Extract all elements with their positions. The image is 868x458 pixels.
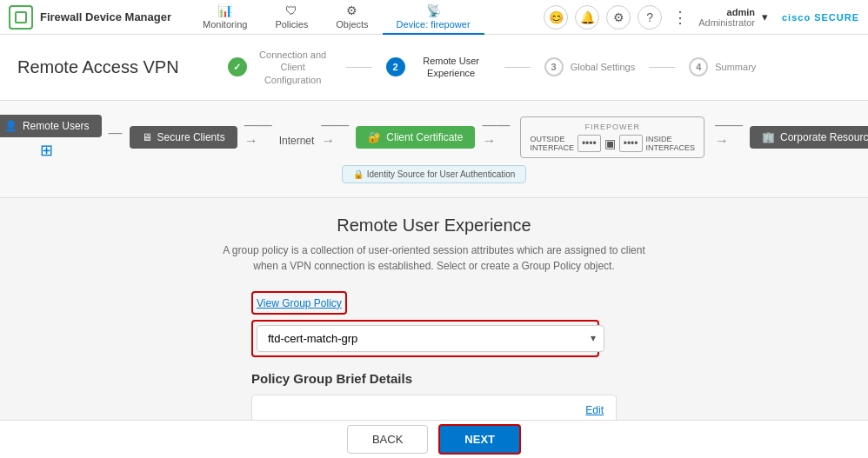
wizard-step-2[interactable]: 2 Remote User Experience bbox=[372, 51, 504, 83]
tab-device[interactable]: 📡 Device: firepower bbox=[383, 0, 484, 35]
wizard-step-3[interactable]: 3 Global Settings bbox=[531, 54, 650, 80]
edit-link[interactable]: Edit bbox=[585, 404, 604, 416]
diag-secure-clients[interactable]: 🖥 Secure Clients bbox=[130, 126, 237, 149]
secure-clients-btn[interactable]: 🖥 Secure Clients bbox=[130, 126, 237, 149]
admin-role: Administrator bbox=[698, 17, 755, 28]
step-divider-1 bbox=[346, 67, 372, 68]
monitoring-icon: 📊 bbox=[217, 3, 232, 17]
admin-name: admin bbox=[727, 7, 755, 17]
interface-dots-2: •••• bbox=[619, 135, 643, 152]
group-policy-select-wrapper: ftd-cert-match-grp ▾ bbox=[257, 325, 604, 352]
firepower-center-icon: ▣ bbox=[604, 136, 616, 150]
arrow-2: ——→ bbox=[244, 117, 272, 149]
step-divider-2 bbox=[504, 67, 531, 68]
interface-dots: •••• bbox=[578, 135, 601, 152]
diag-client-cert[interactable]: 🔐 Client Certificate bbox=[356, 126, 475, 149]
step-2-num: 2 bbox=[386, 57, 405, 76]
inside-interfaces: INSIDEINTERFACES bbox=[646, 135, 696, 152]
device-icon: 📡 bbox=[426, 3, 441, 17]
wizard-steps: ✓ Connection and Client Configuration 2 … bbox=[214, 45, 771, 90]
firepower-inner: OUTSIDEINTERFACE •••• ▣ •••• INSIDEINTER… bbox=[530, 135, 695, 152]
tab-policies[interactable]: 🛡 Policies bbox=[261, 0, 322, 35]
alerts-icon-btn[interactable]: 🔔 bbox=[575, 5, 599, 30]
internet-label: Internet bbox=[279, 135, 315, 147]
nav-tabs: 📊 Monitoring 🛡 Policies ⚙ Objects 📡 Devi… bbox=[189, 0, 544, 35]
step-3-num: 3 bbox=[544, 57, 564, 76]
group-policy-select[interactable]: ftd-cert-match-grp bbox=[257, 325, 604, 352]
admin-info: admin Administrator bbox=[698, 7, 755, 28]
step-1-num: ✓ bbox=[228, 57, 247, 76]
next-button[interactable]: NEXT bbox=[438, 424, 521, 455]
cisco-logo: cisco SECURE bbox=[782, 12, 859, 23]
firepower-box: FIREPOWER OUTSIDEINTERFACE •••• ▣ •••• I… bbox=[520, 116, 704, 158]
user-icon-btn[interactable]: 😊 bbox=[544, 5, 568, 30]
diag-remote-users[interactable]: 👤 Remote Users ⊞ bbox=[0, 115, 102, 160]
settings-icon-btn[interactable]: ⚙ bbox=[606, 5, 631, 30]
client-cert-label: Client Certificate bbox=[386, 131, 463, 143]
page-header: Remote Access VPN ✓ Connection and Clien… bbox=[0, 35, 868, 101]
page-content: Remote Access VPN ✓ Connection and Clien… bbox=[0, 35, 868, 458]
help-icon-btn[interactable]: ? bbox=[638, 5, 662, 30]
corporate-icon: 🏢 bbox=[762, 131, 775, 143]
policies-icon: 🛡 bbox=[285, 3, 297, 17]
section-description: A group policy is a collection of user-o… bbox=[217, 242, 651, 274]
cisco-dropdown-icon[interactable]: ▾ bbox=[762, 10, 768, 23]
cisco-secure-text: SECURE bbox=[814, 12, 859, 23]
objects-icon: ⚙ bbox=[346, 3, 357, 17]
section-title: Remote User Experience bbox=[26, 216, 842, 236]
remote-users-icon: 👤 bbox=[4, 120, 17, 132]
inside-label: INSIDEINTERFACES bbox=[646, 135, 696, 152]
secure-clients-label: Secure Clients bbox=[157, 131, 225, 143]
diagram-flow: 👤 Remote Users ⊞ — 🖥 Secure Clients ——→ … bbox=[26, 115, 842, 160]
windows-icon: ⊞ bbox=[40, 141, 53, 160]
view-group-policy-link[interactable]: View Group Policy bbox=[257, 297, 342, 309]
view-group-policy-highlight: View Group Policy bbox=[251, 291, 347, 315]
tab-monitoring[interactable]: 📊 Monitoring bbox=[189, 0, 261, 35]
identity-source-row: 🔒 Identity Source for User Authenticatio… bbox=[26, 165, 842, 183]
tab-policies-label: Policies bbox=[275, 19, 308, 30]
more-options-icon[interactable]: ⋮ bbox=[669, 8, 691, 27]
vpn-diagram: 👤 Remote Users ⊞ — 🖥 Secure Clients ——→ … bbox=[0, 101, 868, 198]
top-navigation: Firewall Device Manager 📊 Monitoring 🛡 P… bbox=[0, 0, 868, 35]
group-policy-section: View Group Policy ftd-cert-match-grp ▾ bbox=[251, 291, 617, 357]
back-button[interactable]: BACK bbox=[347, 425, 428, 454]
identity-source-box: 🔒 Identity Source for User Authenticatio… bbox=[342, 165, 527, 183]
group-policy-select-highlight: ftd-cert-match-grp ▾ bbox=[251, 320, 599, 357]
step-divider-3 bbox=[649, 67, 675, 68]
client-cert-btn[interactable]: 🔐 Client Certificate bbox=[356, 126, 475, 149]
corporate-label: Corporate Resources bbox=[780, 131, 868, 143]
tab-objects[interactable]: ⚙ Objects bbox=[322, 0, 382, 35]
wizard-step-1[interactable]: ✓ Connection and Client Configuration bbox=[214, 45, 346, 90]
cert-icon: 🔐 bbox=[368, 131, 381, 143]
field-label-row: View Group Policy bbox=[251, 291, 617, 315]
tab-objects-label: Objects bbox=[336, 19, 368, 30]
step-1-label: Connection and Client Configuration bbox=[254, 49, 332, 86]
secure-clients-icon: 🖥 bbox=[142, 131, 152, 143]
bottom-bar: BACK NEXT bbox=[0, 420, 868, 458]
arrow-4: ——→ bbox=[482, 117, 510, 149]
arrow-1: — bbox=[109, 125, 123, 141]
step-2-label: Remote User Experience bbox=[412, 55, 491, 80]
corporate-btn[interactable]: 🏢 Corporate Resources bbox=[750, 126, 868, 149]
arrow-5: ——→ bbox=[715, 117, 743, 149]
identity-label: Identity Source for User Authentication bbox=[367, 169, 516, 179]
tab-device-label: Device: firepower bbox=[397, 19, 471, 30]
nav-right: 😊 🔔 ⚙ ? ⋮ admin Administrator ▾ cisco SE… bbox=[544, 5, 859, 30]
app-logo-icon bbox=[9, 5, 33, 30]
identity-icon: 🔒 bbox=[353, 169, 364, 179]
wizard-step-4[interactable]: 4 Summary bbox=[675, 54, 770, 80]
details-card-header: Edit bbox=[264, 404, 604, 416]
outside-interface: OUTSIDEINTERFACE bbox=[530, 135, 574, 152]
diag-corporate[interactable]: 🏢 Corporate Resources bbox=[750, 126, 868, 149]
remote-users-btn[interactable]: 👤 Remote Users bbox=[0, 115, 102, 137]
policy-details-title: Policy Group Brief Details bbox=[251, 371, 617, 386]
arrow-3: ——→ bbox=[321, 117, 349, 149]
outside-label: OUTSIDEINTERFACE bbox=[530, 135, 574, 152]
step-4-num: 4 bbox=[689, 57, 708, 76]
tab-monitoring-label: Monitoring bbox=[203, 19, 247, 30]
app-title: Firewall Device Manager bbox=[40, 10, 171, 23]
step-4-label: Summary bbox=[715, 62, 756, 72]
diag-internet: Internet bbox=[279, 128, 315, 147]
remote-users-label: Remote Users bbox=[23, 120, 90, 132]
page-title: Remote Access VPN bbox=[17, 57, 179, 77]
